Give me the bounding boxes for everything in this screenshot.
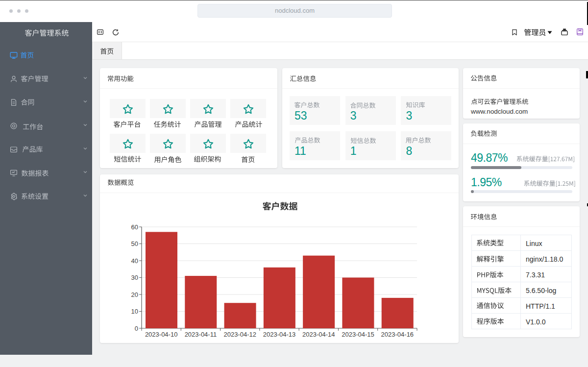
svg-text:60: 60 — [131, 223, 138, 231]
svg-text:2023-04-11: 2023-04-11 — [185, 331, 217, 338]
svg-text:2023-04-14: 2023-04-14 — [302, 331, 335, 338]
svg-text:2023-04-12: 2023-04-12 — [223, 331, 256, 338]
svg-text:2023-04-13: 2023-04-13 — [263, 331, 296, 338]
svg-text:2023-04-15: 2023-04-15 — [342, 331, 374, 338]
svg-text:20: 20 — [131, 291, 138, 298]
svg-text:30: 30 — [131, 274, 138, 281]
svg-text:2023-04-10: 2023-04-10 — [145, 331, 178, 338]
svg-text:0: 0 — [135, 325, 138, 332]
svg-text:2023-04-16: 2023-04-16 — [381, 331, 414, 338]
svg-text:50: 50 — [131, 240, 138, 247]
svg-text:40: 40 — [131, 257, 138, 265]
svg-text:10: 10 — [131, 308, 138, 315]
